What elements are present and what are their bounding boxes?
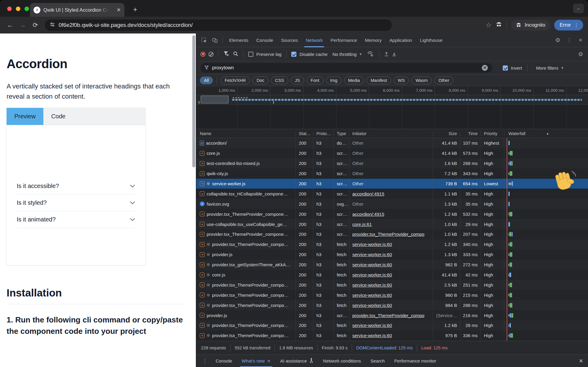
request-name-cell[interactable]: accordion/ [196,138,296,148]
column-header-size[interactable]: Size [433,131,460,136]
browser-menu-icon[interactable]: ⋮ [574,22,579,28]
accordion-item[interactable]: Is it animated? [17,211,135,228]
waterfall-cell[interactable] [504,199,588,209]
request-name-cell[interactable]: ‹›service-worker.js [196,179,296,189]
initiator-cell[interactable]: service-worker.js:60 [349,320,433,331]
waterfall-cell[interactable] [504,290,588,300]
clear-network-log-icon[interactable] [208,52,214,57]
initiator-link[interactable]: service-worker.js:60 [352,242,392,247]
initiator-cell[interactable]: service-worker.js:60 [349,290,433,300]
network-request-row[interactable]: ‹›service-worker.js200h3scr…Other739 B65… [196,179,588,189]
page-scrollbar[interactable] [192,33,195,367]
filter-chip-other[interactable]: Other [434,77,453,84]
initiator-link[interactable]: service-worker.js:60 [352,333,392,338]
devtools-tab-elements[interactable]: Elements [225,33,252,47]
clear-filter-icon[interactable]: ✕ [482,65,488,71]
column-header-type[interactable]: Type [334,131,349,136]
column-header-name[interactable]: Name [196,131,296,136]
request-name-cell[interactable]: ‹›provider.tsx_ThemeProvider_compo… [196,280,296,290]
waterfall-cell[interactable] [504,270,588,280]
waterfall-cell[interactable] [504,250,588,260]
filter-input[interactable] [212,65,469,71]
network-request-row[interactable]: ‹›provider.tsx_getSystemTheme_aKkA…200h3… [196,260,588,270]
device-toolbar-icon[interactable] [210,35,220,45]
accordion-item[interactable]: Is it styled? [17,195,135,211]
invert-checkbox[interactable] [503,65,508,71]
new-tab-button[interactable]: + [130,5,140,14]
request-name-cell[interactable]: ‹›provider.tsx_ThemeProvider_compo… [196,239,296,250]
devtools-tab-memory[interactable]: Memory [361,33,386,47]
waterfall-cell[interactable] [504,310,588,320]
waterfall-cell[interactable] [504,229,588,239]
request-name-cell[interactable]: ‹›provider.tsx_getSystemTheme_aKkA… [196,260,296,270]
network-request-row[interactable]: ‹›provider.tsx_ThemeProvider_compo…200h3… [196,320,588,331]
initiator-link[interactable]: accordion/:4915 [352,212,384,217]
network-request-row[interactable]: ‹›provider.js200h3scr…provider.tsx_Theme… [196,310,588,320]
devtools-tab-application[interactable]: Application [386,33,416,47]
network-request-row[interactable]: ‹›provider.tsx_ThemeProvider_compo…200h3… [196,280,588,290]
initiator-link[interactable]: service-worker.js:60 [352,323,392,328]
inspect-element-icon[interactable] [199,35,209,45]
devtools-settings-icon[interactable]: ⚙ [553,35,563,45]
devtools-close-icon[interactable]: ✕ [575,35,586,45]
waterfall-cell[interactable] [504,138,588,148]
error-button[interactable]: Error ⋮ [554,20,583,30]
request-name-cell[interactable]: ‹›qwik-city.js [196,169,296,179]
column-header-proto[interactable]: Proto… [313,131,334,136]
window-controls[interactable] [7,7,29,11]
devtools-tab-console[interactable]: Console [252,33,277,47]
filter-chip-img[interactable]: Img [326,77,342,84]
request-name-cell[interactable]: ‹›use-collapsible.tsx_useCollapsible_ge… [196,219,296,229]
devtools-tab-lighthouse[interactable]: Lighthouse [416,33,447,47]
waterfall-cell[interactable] [504,320,588,331]
minimize-window-button[interactable] [16,7,20,11]
search-icon[interactable] [233,51,238,57]
tab-close-icon[interactable]: ✕ [117,7,121,13]
devtools-tab-sources[interactable]: Sources [277,33,302,47]
request-name-cell[interactable]: ‹›test-controlled-list-mixed.js [196,158,296,169]
request-name-cell[interactable]: ‹›provider.tsx_ThemeProvider_compone… [196,209,296,219]
request-name-cell[interactable]: ‹›core.js [196,148,296,158]
initiator-link[interactable]: service-worker.js:60 [352,303,392,308]
browser-tab[interactable]: Qwik UI | Styled Accordion Co ✕ [30,3,124,17]
waterfall-cell[interactable] [504,209,588,219]
initiator-cell[interactable]: service-worker.js:60 [349,250,433,260]
drawer-tab-search[interactable]: Search [366,355,389,367]
initiator-cell[interactable]: service-worker.js:60 [349,270,433,280]
column-header-stat[interactable]: Stat… [296,131,313,136]
waterfall-cell[interactable] [504,219,588,229]
request-name-cell[interactable]: ‹›provider.tsx_ThemeProvider_compone… [196,229,296,239]
initiator-link[interactable]: provider.tsx_ThemeProvider_compo [352,232,424,237]
initiator-cell[interactable]: accordion/:4915 [349,209,433,219]
filter-icon[interactable] [223,51,229,57]
initiator-cell[interactable]: Other [349,179,433,189]
initiator-cell[interactable]: service-worker.js:60 [349,331,433,341]
throttling-dropdown[interactable]: No throttling ▼ [332,52,362,57]
network-request-row[interactable]: ‹›provider.tsx_ThemeProvider_compo…200h3… [196,239,588,250]
request-name-cell[interactable]: ‹›core.js [196,270,296,280]
initiator-link[interactable]: service-worker.js:60 [352,252,392,257]
tab-search-chevron-icon[interactable]: ⌄ [573,4,584,13]
back-button[interactable]: ← [5,20,16,30]
maximize-window-button[interactable] [25,7,29,11]
initiator-link[interactable]: accordion/:4915 [352,191,384,196]
timeline-overview[interactable] [196,95,588,105]
request-name-cell[interactable]: ‹›provider.js [196,250,296,260]
initiator-link[interactable]: service-worker.js:60 [352,262,392,267]
profile-incognito-icon[interactable] [496,22,502,28]
network-request-row[interactable]: ‹›test-controlled-list-mixed.js200h3scr…… [196,158,588,169]
initiator-cell[interactable]: Other [349,158,433,169]
filter-chip-wasm[interactable]: Wasm [411,77,432,84]
initiator-cell[interactable]: service-worker.js:60 [349,300,433,310]
bookmark-star-icon[interactable]: ☆ [485,21,491,29]
request-name-cell[interactable]: ‹›provider.tsx_ThemeProvider_compo… [196,290,296,300]
import-har-icon[interactable] [384,52,389,56]
devtools-tab-network[interactable]: Network [302,33,327,47]
tab-preview[interactable]: Preview [7,108,43,125]
network-request-row[interactable]: accordion/200h3do…Other41.4 kB107 msHigh… [196,138,588,148]
export-har-icon[interactable] [392,52,397,56]
preserve-log-checkbox[interactable] [248,52,253,57]
waterfall-cell[interactable] [504,158,588,169]
drawer-tab-console[interactable]: Console [211,355,236,367]
initiator-cell[interactable]: provider.tsx_ThemeProvider_compo [349,310,433,320]
